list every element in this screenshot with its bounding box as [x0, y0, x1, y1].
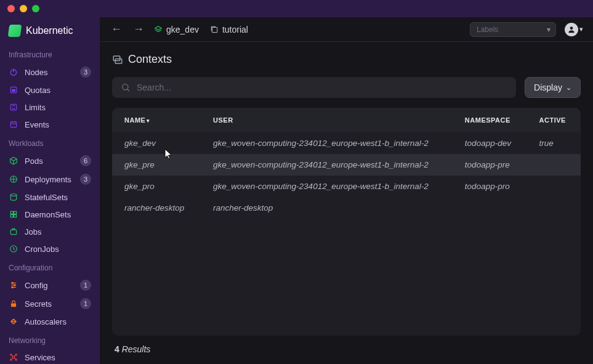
cell-user: gke_woven-computing-234012_europe-west1-…: [201, 132, 453, 154]
svg-rect-7: [10, 122, 16, 127]
breadcrumb[interactable]: gke_dev: [154, 25, 199, 34]
display-button[interactable]: Display ⌄: [525, 77, 581, 98]
svg-rect-16: [14, 215, 17, 217]
svg-point-32: [570, 26, 573, 30]
cell-user: gke_woven-computing-234012_europe-west1-…: [201, 154, 453, 176]
svg-point-35: [123, 84, 128, 90]
sidebar-item-label: Quotas: [25, 86, 91, 95]
results-footer: 4 Results: [100, 336, 593, 363]
sidebar-item-nodes[interactable]: Nodes3: [0, 63, 100, 81]
chevron-down-icon: ▾: [579, 25, 583, 33]
svg-point-29: [10, 359, 12, 360]
cron-icon: [9, 244, 18, 254]
sidebar-item-events[interactable]: Events: [0, 116, 100, 133]
power-icon: [9, 67, 18, 77]
back-button[interactable]: ←: [110, 22, 123, 37]
column-header-name[interactable]: NAME▾: [112, 108, 201, 132]
sidebar-item-pods[interactable]: Pods6: [0, 152, 100, 170]
results-label: Results: [122, 344, 151, 354]
svg-rect-4: [10, 104, 16, 110]
minimize-window-button[interactable]: [20, 5, 27, 12]
user-menu[interactable]: ▾: [565, 23, 583, 36]
quota-icon: [9, 85, 18, 95]
sidebar-item-cronjobs[interactable]: CronJobs: [0, 240, 100, 257]
table-row[interactable]: gke_pregke_woven-computing-234012_europe…: [112, 154, 581, 176]
cell-active: [527, 176, 581, 197]
secret-icon: [9, 299, 18, 309]
sidebar-item-label: Limits: [25, 103, 91, 112]
svg-rect-17: [10, 230, 16, 235]
brand-name: Kubernetic: [26, 25, 73, 36]
sidebar-item-config[interactable]: Config1: [0, 276, 100, 294]
sidebar-item-quotas[interactable]: Quotas: [0, 81, 100, 99]
brand-icon: [8, 25, 22, 37]
cell-user: rancher-desktop: [201, 197, 453, 219]
cell-active: [527, 154, 581, 176]
page-title: Contexts: [128, 53, 172, 66]
sidebar-item-label: Secrets: [25, 299, 74, 309]
contexts-icon: [112, 54, 123, 65]
daemon-icon: [9, 209, 18, 219]
cell-name: gke_dev: [112, 132, 201, 154]
topbar: ← → gke_devtutorial Labels ▾: [100, 17, 593, 42]
svg-rect-3: [12, 89, 15, 92]
sidebar-item-label: Deployments: [25, 175, 74, 184]
svg-point-22: [12, 282, 13, 283]
search-icon: [121, 83, 131, 92]
svg-point-12: [10, 194, 16, 196]
cell-active: true: [527, 132, 581, 154]
column-header-active[interactable]: ACTIVE: [527, 108, 581, 132]
table-row[interactable]: gke_progke_woven-computing-234012_europe…: [112, 176, 581, 197]
window-titlebar: [0, 0, 593, 17]
count-badge: 3: [80, 174, 91, 185]
cell-namespace: todoapp-dev: [453, 132, 527, 154]
svg-rect-13: [10, 211, 13, 214]
column-header-namespace[interactable]: NAMESPACE: [453, 108, 527, 132]
table-row[interactable]: rancher-desktoprancher-desktop: [112, 197, 581, 219]
table-row[interactable]: gke_devgke_woven-computing-234012_europe…: [112, 132, 581, 154]
svg-point-23: [14, 285, 15, 286]
maximize-window-button[interactable]: [32, 5, 39, 12]
sidebar-item-label: Events: [25, 120, 91, 129]
close-window-button[interactable]: [7, 5, 15, 12]
service-icon: [9, 352, 18, 362]
sidebar-item-jobs[interactable]: Jobs: [0, 223, 100, 240]
sidebar-item-autoscalers[interactable]: Autoscalers: [0, 313, 100, 330]
sidebar-item-deployments[interactable]: Deployments3: [0, 170, 100, 188]
sidebar-item-label: Services: [25, 353, 91, 362]
breadcrumb-label: tutorial: [222, 25, 248, 34]
cell-active: [527, 197, 581, 219]
sidebar-item-services[interactable]: Services: [0, 349, 100, 364]
sidebar-group-header: Workloads: [0, 133, 100, 152]
column-header-user[interactable]: USER: [201, 108, 453, 132]
cell-namespace: [453, 197, 527, 219]
sidebar-item-statefulsets[interactable]: StatefulSets: [0, 188, 100, 206]
sidebar-item-secrets[interactable]: Secrets1: [0, 294, 100, 313]
search-input[interactable]: [137, 83, 507, 92]
cube-icon: [9, 156, 18, 166]
main-area: ← → gke_devtutorial Labels ▾ Contexts: [100, 17, 593, 364]
count-badge: 3: [80, 67, 91, 78]
cell-namespace: todoapp-pre: [453, 154, 527, 176]
breadcrumb-label: gke_dev: [166, 25, 199, 34]
event-icon: [9, 119, 18, 129]
cell-name: gke_pre: [112, 154, 201, 176]
svg-point-24: [12, 286, 13, 288]
avatar: [565, 23, 578, 36]
count-badge: 1: [80, 298, 91, 309]
labels-dropdown[interactable]: Labels: [470, 22, 556, 37]
sidebar-group-header: Networking: [0, 330, 100, 349]
sidebar-item-label: Pods: [25, 156, 74, 166]
svg-rect-15: [10, 215, 13, 217]
svg-point-30: [15, 359, 17, 360]
sidebar-item-daemonsets[interactable]: DaemonSets: [0, 206, 100, 223]
cell-namespace: todoapp-pro: [453, 176, 527, 197]
labels-placeholder: Labels: [477, 25, 498, 34]
results-count: 4: [115, 344, 119, 354]
forward-button[interactable]: →: [132, 22, 145, 37]
svg-rect-14: [14, 211, 17, 214]
sidebar-item-limits[interactable]: Limits: [0, 99, 100, 116]
breadcrumb[interactable]: tutorial: [210, 25, 248, 34]
search-box[interactable]: [112, 77, 516, 98]
sidebar-item-label: Nodes: [25, 68, 74, 77]
